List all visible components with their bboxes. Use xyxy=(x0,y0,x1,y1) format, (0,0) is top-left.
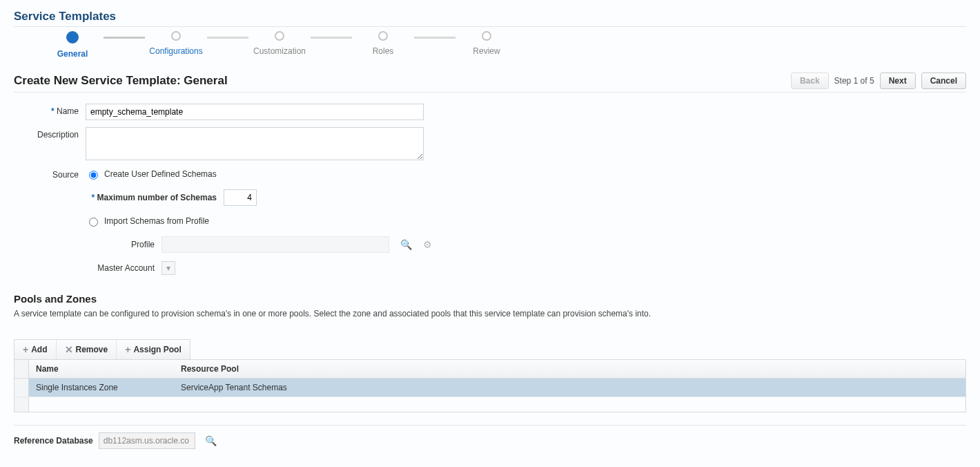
source-import-label: Import Schemas from Profile xyxy=(104,216,209,226)
x-icon: ✕ xyxy=(65,344,73,355)
step-customization: Customization xyxy=(248,31,311,56)
step-dot-icon xyxy=(482,31,491,41)
reference-db-label: Reference Database xyxy=(14,436,93,446)
chevron-down-icon: ▾ xyxy=(166,263,170,273)
remove-label: Remove xyxy=(76,345,108,354)
max-schemas-input[interactable] xyxy=(224,189,257,206)
profile-input xyxy=(161,236,389,253)
step-dot-icon xyxy=(378,31,388,41)
step-review: Review xyxy=(455,31,518,56)
step-dot-icon xyxy=(275,31,284,41)
source-import-radio[interactable] xyxy=(89,218,98,227)
search-icon[interactable]: 🔍 xyxy=(400,239,412,250)
assign-label: Assign Pool xyxy=(133,345,181,354)
table-empty-row xyxy=(14,397,966,412)
pools-zones-help: A service template can be configured to … xyxy=(14,309,966,318)
cell-name: Single Instances Zone xyxy=(29,379,174,397)
remove-button[interactable]: ✕ Remove xyxy=(57,340,117,359)
step-label: Roles xyxy=(373,46,394,56)
name-input[interactable] xyxy=(86,104,424,120)
title-rule xyxy=(14,26,966,27)
col-name-header[interactable]: Name xyxy=(29,360,174,378)
plus-icon: + xyxy=(23,344,28,355)
step-indicator: Step 1 of 5 xyxy=(834,76,874,86)
step-track xyxy=(104,37,145,39)
rowhead-col xyxy=(14,360,29,378)
master-account-label: Master Account xyxy=(86,263,155,273)
page-title: Service Templates xyxy=(14,10,966,23)
step-roles: Roles xyxy=(352,31,414,56)
description-label: Description xyxy=(35,127,86,140)
step-dot-icon xyxy=(66,31,79,44)
profile-label: Profile xyxy=(86,240,155,249)
step-dot-icon xyxy=(171,31,181,41)
plus-icon: + xyxy=(125,344,130,355)
name-label: Name xyxy=(35,104,86,116)
search-icon[interactable]: 🔍 xyxy=(205,435,217,446)
cancel-button[interactable]: Cancel xyxy=(921,73,966,89)
step-general[interactable]: General xyxy=(41,31,104,59)
pools-zones-title: Pools and Zones xyxy=(14,293,966,305)
step-label: General xyxy=(57,49,88,59)
step-track xyxy=(414,37,455,39)
step-track xyxy=(311,37,352,39)
source-label: Source xyxy=(35,167,86,180)
cell-pool: ServiceApp Tenant Schemas xyxy=(174,379,966,397)
add-button[interactable]: + Add xyxy=(14,340,57,359)
next-button[interactable]: Next xyxy=(880,73,916,89)
pools-grid: Name Resource Pool Single Instances Zone… xyxy=(14,359,966,412)
section-rule xyxy=(14,425,966,426)
col-pool-header[interactable]: Resource Pool xyxy=(174,360,966,378)
back-button: Back xyxy=(791,73,829,89)
step-label: Review xyxy=(473,46,500,56)
table-row[interactable]: Single Instances Zone ServiceApp Tenant … xyxy=(14,379,966,397)
unlink-icon[interactable]: ⚙ xyxy=(423,239,432,250)
reference-db-input xyxy=(99,432,195,449)
pools-toolbar: + Add ✕ Remove + Assign Pool xyxy=(14,339,190,359)
wizard-stepper: General Configurations Customization Rol… xyxy=(41,31,966,59)
add-label: Add xyxy=(31,345,47,354)
source-create-radio[interactable] xyxy=(89,171,98,180)
section-title: Create New Service Template: General xyxy=(14,74,228,88)
step-label: Configurations xyxy=(149,46,202,56)
step-label: Customization xyxy=(253,46,306,56)
step-configurations[interactable]: Configurations xyxy=(145,31,207,56)
description-input[interactable] xyxy=(86,127,424,160)
source-create-label: Create User Defined Schemas xyxy=(104,169,217,179)
master-account-dropdown: ▾ xyxy=(161,261,175,275)
rowhead-cell xyxy=(14,397,29,412)
max-schemas-label: Maximum number of Schemas xyxy=(86,193,217,202)
assign-pool-button[interactable]: + Assign Pool xyxy=(117,340,190,359)
empty-cell xyxy=(29,397,43,412)
step-track xyxy=(207,37,248,39)
rowhead-cell xyxy=(14,379,29,397)
